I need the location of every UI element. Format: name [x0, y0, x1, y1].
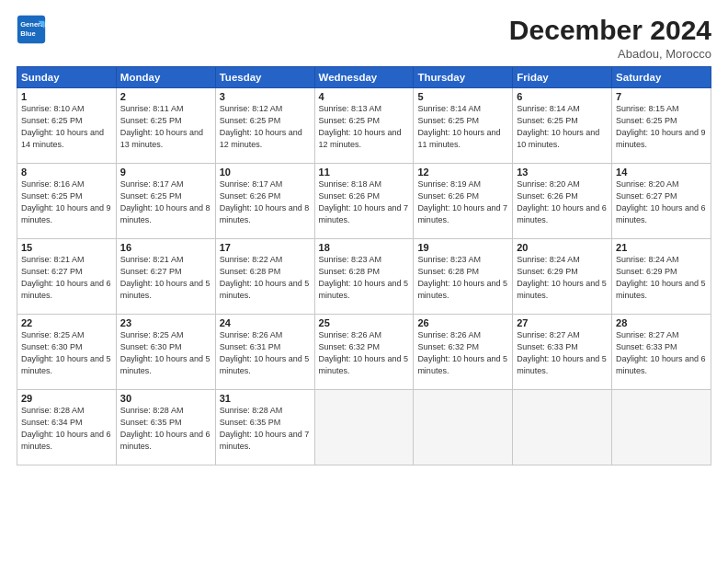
table-row: 27Sunrise: 8:27 AMSunset: 6:33 PMDayligh…: [513, 315, 612, 390]
header: General Blue December 2024 Abadou, Moroc…: [17, 15, 711, 61]
table-row: 1Sunrise: 8:10 AMSunset: 6:25 PMDaylight…: [17, 88, 117, 164]
table-row: 24Sunrise: 8:26 AMSunset: 6:31 PMDayligh…: [215, 315, 314, 390]
col-saturday: Saturday: [612, 67, 711, 88]
table-row: 6Sunrise: 8:14 AMSunset: 6:25 PMDaylight…: [513, 88, 612, 164]
table-row: 17Sunrise: 8:22 AMSunset: 6:28 PMDayligh…: [215, 239, 314, 315]
table-row: 26Sunrise: 8:26 AMSunset: 6:32 PMDayligh…: [414, 315, 513, 390]
table-row: 29Sunrise: 8:28 AMSunset: 6:34 PMDayligh…: [17, 390, 117, 465]
table-row: 15Sunrise: 8:21 AMSunset: 6:27 PMDayligh…: [17, 239, 117, 315]
table-row: 2Sunrise: 8:11 AMSunset: 6:25 PMDaylight…: [116, 88, 215, 164]
col-thursday: Thursday: [414, 67, 513, 88]
table-row: 28Sunrise: 8:27 AMSunset: 6:33 PMDayligh…: [612, 315, 711, 390]
table-row: [314, 390, 414, 465]
svg-text:Blue: Blue: [20, 29, 35, 38]
calendar-body: 1Sunrise: 8:10 AMSunset: 6:25 PMDaylight…: [17, 88, 711, 465]
calendar-table: Sunday Monday Tuesday Wednesday Thursday…: [17, 66, 711, 465]
calendar-header-row: Sunday Monday Tuesday Wednesday Thursday…: [17, 67, 711, 88]
table-row: 4Sunrise: 8:13 AMSunset: 6:25 PMDaylight…: [314, 88, 414, 164]
calendar-page: General Blue December 2024 Abadou, Moroc…: [0, 0, 728, 563]
table-row: [414, 390, 513, 465]
table-row: 5Sunrise: 8:14 AMSunset: 6:25 PMDaylight…: [414, 88, 513, 164]
table-row: 20Sunrise: 8:24 AMSunset: 6:29 PMDayligh…: [513, 239, 612, 315]
title-block: December 2024 Abadou, Morocco: [509, 15, 711, 61]
logo-icon: General Blue: [17, 15, 46, 44]
col-friday: Friday: [513, 67, 612, 88]
table-row: 3Sunrise: 8:12 AMSunset: 6:25 PMDaylight…: [215, 88, 314, 164]
table-row: 13Sunrise: 8:20 AMSunset: 6:26 PMDayligh…: [513, 164, 612, 239]
table-row: 7Sunrise: 8:15 AMSunset: 6:25 PMDaylight…: [612, 88, 711, 164]
table-row: 30Sunrise: 8:28 AMSunset: 6:35 PMDayligh…: [116, 390, 215, 465]
table-row: 14Sunrise: 8:20 AMSunset: 6:27 PMDayligh…: [612, 164, 711, 239]
table-row: [612, 390, 711, 465]
calendar-title: December 2024: [509, 15, 711, 46]
table-row: 10Sunrise: 8:17 AMSunset: 6:26 PMDayligh…: [215, 164, 314, 239]
table-row: 16Sunrise: 8:21 AMSunset: 6:27 PMDayligh…: [116, 239, 215, 315]
table-row: 19Sunrise: 8:23 AMSunset: 6:28 PMDayligh…: [414, 239, 513, 315]
table-row: 25Sunrise: 8:26 AMSunset: 6:32 PMDayligh…: [314, 315, 414, 390]
col-wednesday: Wednesday: [314, 67, 414, 88]
col-sunday: Sunday: [17, 67, 117, 88]
col-monday: Monday: [116, 67, 215, 88]
table-row: 8Sunrise: 8:16 AMSunset: 6:25 PMDaylight…: [17, 164, 117, 239]
table-row: [513, 390, 612, 465]
table-row: 9Sunrise: 8:17 AMSunset: 6:25 PMDaylight…: [116, 164, 215, 239]
calendar-subtitle: Abadou, Morocco: [509, 47, 711, 61]
table-row: 21Sunrise: 8:24 AMSunset: 6:29 PMDayligh…: [612, 239, 711, 315]
table-row: 23Sunrise: 8:25 AMSunset: 6:30 PMDayligh…: [116, 315, 215, 390]
table-row: 12Sunrise: 8:19 AMSunset: 6:26 PMDayligh…: [414, 164, 513, 239]
table-row: 11Sunrise: 8:18 AMSunset: 6:26 PMDayligh…: [314, 164, 414, 239]
col-tuesday: Tuesday: [215, 67, 314, 88]
table-row: 31Sunrise: 8:28 AMSunset: 6:35 PMDayligh…: [215, 390, 314, 465]
logo: General Blue: [17, 15, 46, 44]
table-row: 22Sunrise: 8:25 AMSunset: 6:30 PMDayligh…: [17, 315, 117, 390]
table-row: 18Sunrise: 8:23 AMSunset: 6:28 PMDayligh…: [314, 239, 414, 315]
